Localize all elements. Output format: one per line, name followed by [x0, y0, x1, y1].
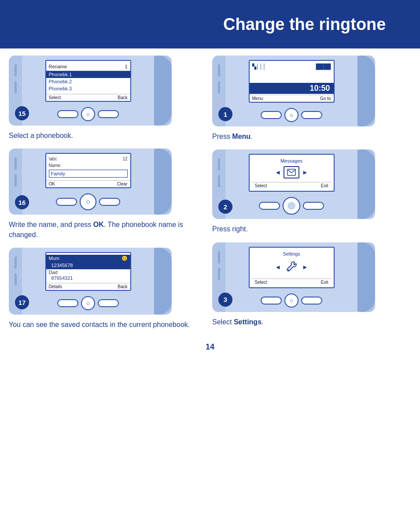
header-right: Change the ringtone [210, 0, 420, 48]
right-softkey-btn[interactable] [98, 110, 119, 118]
step-badge-1: 1 [218, 107, 232, 121]
settings-icon-row: ◄ ► [251, 259, 332, 275]
screen-3: Settings ◄ ► [249, 247, 335, 288]
side-line [15, 174, 17, 186]
arrow-left-icon: ◄ [275, 169, 281, 176]
step-16-cell: \abc 12 Name: Family OK Clear ○ [9, 149, 208, 240]
right-softkey-btn[interactable] [98, 299, 119, 307]
softkey-exit: Exit [321, 183, 328, 188]
nav-btn[interactable]: ○ [284, 108, 298, 122]
softkey-select: Select [255, 183, 267, 188]
phone-16: \abc 12 Name: Family OK Clear ○ [9, 149, 172, 215]
softkey-exit: Exit [321, 280, 328, 285]
phone-17-center: Mum 😊 12345678 Dad 87654321 Details Back [22, 248, 154, 315]
screen-17-softkeys: Details Back [46, 283, 130, 290]
messages-title: Messages [251, 158, 332, 163]
softkey-select: Select [255, 280, 267, 285]
nav-btn[interactable]: ○ [81, 107, 95, 121]
contact-name-1: Dad [46, 269, 130, 275]
softkey-right: Back [118, 95, 127, 100]
left-softkey-btn[interactable] [56, 198, 77, 206]
nav-btn[interactable]: ○ [80, 193, 96, 210]
desc-1-after: . [251, 133, 252, 140]
phone-right-curve [357, 149, 375, 219]
left-softkey-btn[interactable] [261, 111, 282, 119]
desc-17: You can see the saved contacts in the cu… [9, 320, 208, 330]
screen-17: Mum 😊 12345678 Dad 87654321 Details Back [45, 252, 131, 291]
desc-3-before: Select [212, 318, 234, 326]
step-badge-15: 15 [15, 106, 29, 120]
phone-3-center: Settings ◄ ► [225, 242, 357, 312]
side-line [218, 175, 220, 187]
left-softkey-btn[interactable] [261, 297, 282, 305]
softkey-back: Back [118, 284, 127, 289]
phone-17-right [154, 248, 172, 315]
side-line [218, 268, 220, 280]
screen-16-toprow: \abc 12 [46, 156, 130, 162]
contact-selected: Mum 😊 [46, 255, 130, 262]
phone-2-right [357, 149, 375, 219]
screen-1: ▚│││ ████ 10:50 Menu Go to [249, 60, 335, 103]
step-badge-3: 3 [218, 293, 232, 307]
side-line [15, 157, 17, 170]
phone-15-right [154, 56, 172, 126]
nav-btn[interactable]: ○ [81, 296, 95, 310]
contact-name-0: Mum [49, 256, 59, 261]
step-17-cell: Mum 😊 12345678 Dad 87654321 Details Back [9, 248, 208, 330]
phone-15-buttons: ○ [57, 107, 119, 121]
softkey-left: Select [49, 95, 61, 100]
contact-phone-0: 12345678 [46, 262, 130, 269]
contact-phone-1: 87654321 [46, 275, 130, 282]
step-15-cell: Rename 1 Phonebk.1 Phonebk.2 Phonebk.3 S… [9, 56, 208, 141]
phone-2-buttons [259, 197, 324, 215]
left-softkey-btn[interactable] [259, 202, 280, 210]
input-value: Family [49, 170, 128, 178]
battery-icon: ████ [316, 63, 331, 70]
right-softkey-btn[interactable] [301, 297, 322, 305]
phone-1-buttons: ○ [261, 108, 322, 122]
phone-right-curve [357, 56, 375, 126]
phone-3-right [357, 242, 375, 312]
right-softkey-btn[interactable] [303, 202, 324, 210]
svg-point-1 [288, 269, 289, 271]
messages-icon-row: ◄ ► [251, 166, 332, 178]
page-number: 14 [0, 338, 420, 360]
screen-header-left: Rename [49, 64, 67, 69]
page-title: Change the ringtone [223, 15, 386, 34]
message-icon [284, 166, 299, 178]
left-softkey-btn[interactable] [57, 110, 78, 118]
phone-16-center: \abc 12 Name: Family OK Clear ○ [22, 149, 154, 215]
left-softkey-btn[interactable] [57, 299, 78, 307]
desc-3-after: . [262, 318, 263, 326]
char-count: 12 [122, 156, 127, 161]
nav-ring[interactable] [283, 197, 300, 215]
right-softkey-btn[interactable] [301, 111, 322, 119]
nav-center [287, 202, 295, 210]
header-left-bg [0, 0, 210, 48]
desc-3: Select Settings. [212, 317, 411, 327]
side-line [15, 81, 17, 93]
right-column: ▚│││ ████ 10:50 Menu Go to ○ [212, 56, 411, 338]
phone-right-curve [357, 242, 375, 312]
step-badge-17: 17 [15, 295, 29, 309]
nav-btn[interactable]: ○ [284, 293, 298, 308]
input-mode: \abc [49, 156, 57, 161]
screen-item-1: Phonebk.2 [46, 78, 130, 85]
arrow-right-icon: ► [302, 169, 308, 176]
phone-1-right [357, 56, 375, 126]
phone-3-buttons: ○ [261, 293, 322, 308]
screen-2: Messages ◄ ► Sele [249, 154, 335, 192]
right-softkey-btn[interactable] [99, 198, 120, 206]
desc-16-before: Write the name, and press [9, 221, 93, 228]
phone-1-center: ▚│││ ████ 10:50 Menu Go to ○ [225, 56, 357, 126]
desc-15: Select a phonebook. [9, 131, 208, 141]
softkey-details: Details [49, 284, 63, 289]
softkey-clear: Clear [117, 182, 128, 186]
phone-16-buttons: ○ [56, 193, 120, 210]
screen-header-right: 1 [125, 64, 127, 69]
screen-item-selected: Phonebk.1 [46, 71, 130, 78]
phone-15-center: Rename 1 Phonebk.1 Phonebk.2 Phonebk.3 S… [22, 56, 154, 126]
side-line [218, 64, 220, 77]
contact-icon-0: 😊 [122, 256, 128, 261]
left-column: Rename 1 Phonebk.1 Phonebk.2 Phonebk.3 S… [9, 56, 208, 338]
